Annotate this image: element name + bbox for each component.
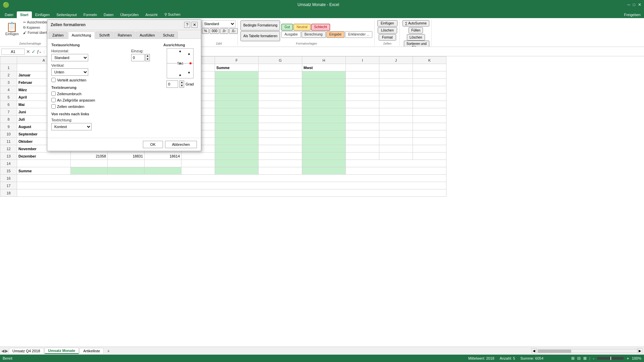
- cell-I11[interactable]: [346, 138, 379, 145]
- zellen-verbinden-label[interactable]: Zellen verbinden: [51, 104, 84, 109]
- fuellen-btn[interactable]: Füllen: [409, 27, 423, 34]
- row-header-12[interactable]: 12: [0, 145, 17, 153]
- cell-H12[interactable]: [302, 145, 346, 153]
- zellen-loeschen-btn[interactable]: Löschen: [378, 27, 397, 34]
- neutral-btn[interactable]: Neutral: [293, 24, 310, 31]
- maximize-btn[interactable]: □: [633, 2, 635, 7]
- cell-H6[interactable]: [302, 101, 346, 108]
- cell-K7[interactable]: [413, 108, 446, 116]
- cell-K1[interactable]: [413, 64, 446, 71]
- cell-row18[interactable]: [17, 189, 446, 197]
- col-header-I[interactable]: I: [346, 57, 379, 64]
- zellen-verbinden-checkbox[interactable]: [51, 104, 56, 109]
- sheet-tab-umsatz-q4[interactable]: Umsatz Q4 2018: [9, 348, 44, 354]
- cell-K8[interactable]: [413, 116, 446, 123]
- sheet-tab-artikelliste[interactable]: Artikelliste: [79, 348, 104, 354]
- row-header-11[interactable]: 11: [0, 138, 17, 145]
- cell-G14[interactable]: [259, 160, 302, 167]
- tab-seitenlayout[interactable]: Seitenlayout: [53, 11, 80, 18]
- row-header-4[interactable]: 4: [0, 86, 17, 94]
- page-break-btn[interactable]: ⊠: [583, 356, 587, 361]
- cell-G11[interactable]: [259, 138, 302, 145]
- cell-K2[interactable]: [413, 71, 446, 79]
- cell-I15[interactable]: [346, 167, 446, 175]
- cell-F3[interactable]: [215, 79, 259, 86]
- angle-picker[interactable]: Text: [167, 48, 194, 78]
- cell-I4[interactable]: [346, 86, 379, 94]
- cell-F13[interactable]: [215, 153, 259, 160]
- cell-I13[interactable]: [346, 153, 379, 160]
- cell-F10[interactable]: [215, 130, 259, 138]
- einzug-input[interactable]: [131, 54, 145, 61]
- row-header-16[interactable]: 16: [0, 175, 17, 182]
- als-tabelle-btn[interactable]: Als Tabelle formatieren: [240, 31, 280, 41]
- cell-E14[interactable]: [181, 160, 215, 167]
- cancel-formula-btn[interactable]: ✕: [26, 49, 30, 54]
- cell-F5[interactable]: [215, 94, 259, 101]
- row-header-13[interactable]: 13: [0, 153, 17, 160]
- cell-G8[interactable]: [259, 116, 302, 123]
- row-header-5[interactable]: 5: [0, 94, 17, 101]
- col-header-G[interactable]: G: [259, 57, 302, 64]
- cell-J6[interactable]: [379, 101, 413, 108]
- cell-K12[interactable]: [413, 145, 446, 153]
- cell-reference-input[interactable]: [1, 49, 25, 55]
- zeilenumbruch-label[interactable]: Zeilenumbruch: [51, 92, 82, 96]
- cell-K13[interactable]: [413, 153, 446, 160]
- sortieren-btn[interactable]: Sortieren undFiltern: [404, 41, 429, 47]
- cell-F8[interactable]: [215, 116, 259, 123]
- cell-I5[interactable]: [346, 94, 379, 101]
- cell-I6[interactable]: [346, 101, 379, 108]
- modal-tab-zahlen[interactable]: Zahlen: [49, 32, 67, 39]
- col-header-J[interactable]: J: [379, 57, 413, 64]
- loeschen-btn[interactable]: Löschen: [407, 34, 425, 41]
- erklaerend-btn[interactable]: Erklärender ...: [345, 31, 372, 38]
- cell-J13[interactable]: [379, 153, 413, 160]
- modal-title-bar[interactable]: Zellen formatieren ? ✕: [47, 20, 201, 30]
- h-scroll-right[interactable]: ▶: [637, 348, 643, 353]
- tab-formeln[interactable]: Formeln: [80, 11, 100, 18]
- cell-J5[interactable]: [379, 94, 413, 101]
- row-header-17[interactable]: 17: [0, 182, 17, 189]
- row-header-3[interactable]: 3: [0, 79, 17, 86]
- cell-G15[interactable]: [259, 167, 302, 175]
- einzug-down-btn[interactable]: ▼: [146, 58, 150, 61]
- modal-tab-ausrichtung[interactable]: Ausrichtung: [68, 32, 95, 39]
- cell-B15[interactable]: [71, 167, 108, 175]
- minimize-btn[interactable]: ─: [627, 2, 630, 7]
- cell-C14[interactable]: [108, 160, 145, 167]
- sheet-tab-umsatz-monate[interactable]: Umsatz Monate: [45, 348, 79, 354]
- row-header-14[interactable]: 14: [0, 160, 17, 167]
- tab-einfuegen[interactable]: Einfügen: [32, 11, 53, 18]
- cell-G9[interactable]: [259, 123, 302, 130]
- zoom-in-btn[interactable]: +: [627, 356, 629, 361]
- degree-input[interactable]: [166, 80, 178, 88]
- cell-G6[interactable]: [259, 101, 302, 108]
- tab-daten[interactable]: Daten: [100, 11, 117, 18]
- decrease-decimal-btn[interactable]: .0↓: [229, 28, 237, 34]
- cell-H4[interactable]: [302, 86, 346, 94]
- cell-J8[interactable]: [379, 116, 413, 123]
- page-layout-btn[interactable]: ⊟: [577, 356, 581, 361]
- cell-G10[interactable]: [259, 130, 302, 138]
- cell-I8[interactable]: [346, 116, 379, 123]
- cell-H8[interactable]: [302, 116, 346, 123]
- cell-D15[interactable]: [145, 167, 181, 175]
- cell-K9[interactable]: [413, 123, 446, 130]
- cell-B13[interactable]: 21058: [71, 153, 108, 160]
- gut-btn[interactable]: Gut: [281, 24, 293, 31]
- increase-decimal-btn[interactable]: .0↑: [220, 28, 228, 34]
- cell-I12[interactable]: [346, 145, 379, 153]
- tab-ansicht[interactable]: Ansicht: [142, 11, 161, 18]
- cell-G13[interactable]: [259, 153, 302, 160]
- cell-F15[interactable]: [215, 167, 259, 175]
- cell-H9[interactable]: [302, 123, 346, 130]
- cell-G5[interactable]: [259, 94, 302, 101]
- cell-H3[interactable]: [302, 79, 346, 86]
- cell-C15[interactable]: [108, 167, 145, 175]
- cell-J11[interactable]: [379, 138, 413, 145]
- cell-G2[interactable]: [259, 71, 302, 79]
- zellen-format-btn[interactable]: Format: [379, 34, 396, 41]
- zellgroesse-checkbox[interactable]: [51, 98, 56, 102]
- einzug-up-btn[interactable]: ▲: [146, 54, 150, 58]
